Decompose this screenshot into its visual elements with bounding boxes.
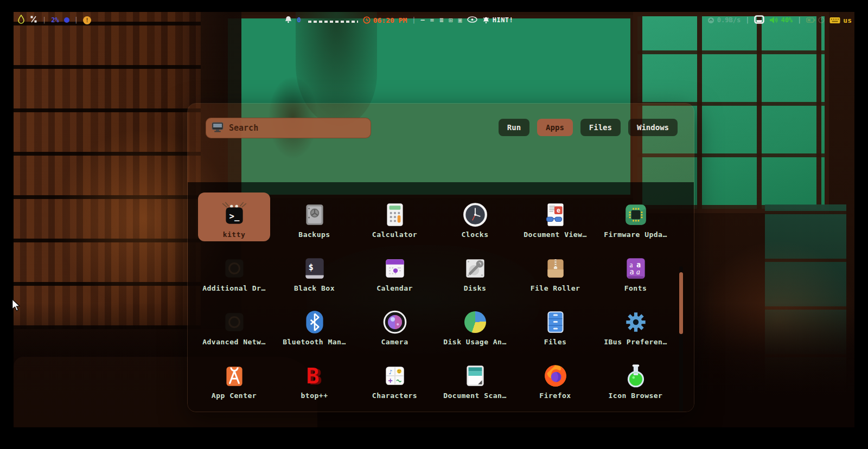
app-btop[interactable]: BBbtop++	[278, 354, 350, 402]
layout-icon-window[interactable]: ▣	[458, 16, 462, 24]
battery-module[interactable]	[806, 17, 825, 23]
status-center-group: 0 06:20 PM | — = ≡ ⊞ ▣ HINT!	[285, 16, 513, 25]
tab-files[interactable]: Files	[580, 119, 621, 136]
separator: |	[745, 16, 749, 24]
layout-icon-grid[interactable]: ⊞	[449, 16, 452, 24]
keyboard-layout-module[interactable]: us	[829, 16, 852, 24]
app-firefox[interactable]: Firefox	[519, 354, 591, 402]
launcher-tabs: RunAppsFilesWindows	[499, 119, 678, 136]
app-calculator[interactable]: Calculator	[359, 193, 431, 241]
app-app-center[interactable]: App Center	[198, 354, 270, 402]
app-label: Additional Dr…	[202, 284, 266, 292]
app-icon-browser[interactable]: Icon Browser	[599, 354, 672, 402]
firefox-icon	[542, 360, 569, 392]
layout-switcher: — = ≡ ⊞ ▣	[421, 16, 462, 24]
eye-icon[interactable]	[467, 16, 477, 24]
firmware-upda-icon	[622, 199, 649, 230]
app-label: Icon Browser	[609, 392, 663, 400]
apps-grid: >_kittyBackupsCalculatorClockseDocument …	[198, 193, 672, 402]
app-files[interactable]: Files	[519, 300, 591, 349]
document-scan-icon	[462, 360, 489, 392]
cpu-usage[interactable]: 2%	[51, 16, 59, 24]
app-file-roller[interactable]: File Roller	[519, 246, 591, 295]
power-icon	[818, 17, 825, 23]
display-icon[interactable]	[754, 15, 764, 25]
status-left-group: | 2% | !	[17, 15, 91, 25]
screen-bezel-right	[854, 0, 868, 449]
advanced-netw-icon	[221, 306, 248, 338]
app-document-scan[interactable]: Document Scan…	[439, 354, 511, 402]
app-label: Calculator	[372, 230, 417, 239]
time-label: 06:20 PM	[373, 16, 407, 24]
bell-icon[interactable]	[285, 16, 292, 25]
updates-alert-icon[interactable]: !	[83, 16, 91, 24]
svg-text:B: B	[306, 363, 319, 388]
tab-apps[interactable]: Apps	[537, 119, 573, 136]
app-characters[interactable]: ♪+Characters	[359, 354, 431, 402]
hint-bell-icon	[482, 16, 490, 24]
launcher-header: RunAppsFilesWindows	[188, 104, 694, 182]
btop-icon: BB	[301, 360, 328, 392]
app-document-view[interactable]: eDocument View…	[519, 193, 591, 241]
layout-icon-dash[interactable]: —	[421, 16, 425, 24]
clock-icon	[363, 16, 371, 24]
svg-text:$: $	[308, 262, 313, 272]
app-label: File Roller	[531, 284, 580, 292]
clock-module[interactable]: 06:20 PM	[363, 16, 407, 24]
keyboard-layout-label: us	[843, 16, 852, 24]
app-center-icon	[221, 360, 248, 392]
app-kitty[interactable]: >_kitty	[198, 193, 270, 241]
scrollbar[interactable]	[679, 266, 683, 412]
app-disks[interactable]: Disks	[439, 246, 511, 295]
tab-run[interactable]: Run	[499, 119, 529, 136]
scrollbar-thumb[interactable]	[679, 272, 683, 334]
desktop: | 2% | ! 0 06:20 PM | — = ≡ ⊞ ▣	[0, 0, 868, 449]
app-backups[interactable]: Backups	[278, 193, 350, 241]
separator: |	[412, 16, 416, 24]
hint-module[interactable]: HINT!	[482, 16, 514, 24]
clocks-icon	[462, 199, 489, 230]
svg-text:+: +	[388, 376, 392, 385]
network-module[interactable]: 0.9B/s	[707, 16, 741, 24]
app-firmware-upda[interactable]: Firmware Upda…	[599, 193, 672, 241]
app-label: Document View…	[524, 230, 587, 239]
app-label: kitty	[223, 230, 246, 239]
app-bluetooth-man[interactable]: Bluetooth Man…	[278, 300, 350, 349]
launcher-body: >_kittyBackupsCalculatorClockseDocument …	[188, 182, 694, 412]
disks-icon	[462, 253, 489, 284]
notification-count[interactable]: 0	[297, 16, 301, 24]
app-ibus-preferen[interactable]: IBus Preferen…	[599, 300, 672, 349]
app-camera[interactable]: Camera	[359, 300, 431, 349]
app-label: Bluetooth Man…	[283, 338, 346, 346]
separator: |	[797, 16, 801, 24]
bluetooth-man-icon	[301, 306, 328, 338]
layout-icon-equal[interactable]: =	[430, 16, 434, 24]
memory-dot-icon[interactable]	[64, 17, 69, 23]
app-clocks[interactable]: Clocks	[439, 193, 511, 241]
app-disk-usage-an[interactable]: Disk Usage An…	[439, 300, 511, 349]
screen-bezel-left	[0, 0, 14, 449]
volume-module[interactable]: 40%	[769, 16, 793, 24]
network-speed: 0.9B/s	[717, 16, 741, 24]
tab-windows[interactable]: Windows	[628, 119, 678, 136]
app-label: App Center	[212, 392, 257, 400]
app-launcher: RunAppsFilesWindows >_kittyBackupsCalcul…	[187, 103, 694, 412]
app-fonts[interactable]: aaaaFonts	[599, 246, 672, 295]
layout-icon-stack[interactable]: ≡	[439, 16, 443, 24]
water-drop-icon[interactable]	[17, 15, 25, 25]
app-label: Advanced Netw…	[202, 338, 266, 346]
percent-icon[interactable]	[30, 15, 37, 25]
document-view-icon: e	[542, 199, 569, 230]
app-additional-dr[interactable]: Additional Dr…	[198, 246, 270, 295]
search-input[interactable]	[229, 123, 366, 133]
calendar-icon	[381, 253, 409, 284]
calculator-icon	[381, 199, 409, 230]
backups-icon	[301, 199, 328, 230]
app-black-box[interactable]: $Black Box	[278, 246, 350, 295]
app-label: Files	[544, 338, 567, 346]
app-advanced-netw[interactable]: Advanced Netw…	[198, 300, 270, 349]
app-calendar[interactable]: Calendar	[359, 246, 431, 295]
mouse-cursor	[12, 299, 21, 311]
svg-text:♪: ♪	[388, 368, 392, 376]
search-box[interactable]	[206, 118, 371, 138]
